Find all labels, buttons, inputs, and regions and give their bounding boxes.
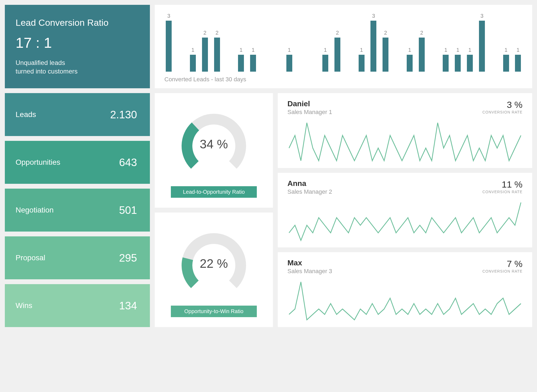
person-sparkline [287, 121, 522, 163]
person-sparkline [287, 280, 522, 322]
bar-value-label: 1 [444, 47, 447, 53]
converted-leads-bar-chart: 31221111213212111311 [164, 13, 522, 72]
bar-slot: 1 [441, 13, 450, 72]
bar-slot: 1 [321, 13, 330, 72]
bar-value-label: 1 [504, 47, 507, 53]
gauge: 34 % [174, 103, 254, 184]
person-header: AnnaSales Manager 211 %CONVERSION RATE [287, 179, 522, 195]
bar-value-label: 1 [252, 47, 255, 53]
funnel-stage-label: Proposal [16, 254, 45, 262]
person-header: DanielSales Manager 13 %CONVERSION RATE [287, 100, 522, 116]
funnel-stage-leads: Leads2.130 [5, 93, 150, 136]
lead-conversion-title: Lead Conversion Ratio [16, 17, 139, 28]
bar-rect [515, 55, 521, 72]
bar-slot: 2 [381, 13, 390, 72]
bar-rect [214, 38, 220, 72]
bar-value-label: 1 [517, 47, 520, 53]
bar-slot: 1 [453, 13, 462, 72]
bar-slot: 3 [369, 13, 378, 72]
bar-slot [309, 13, 318, 72]
lead-conversion-ratio-card: Lead Conversion Ratio 17 : 1 Unqualified… [5, 5, 150, 88]
bar-slot [176, 13, 185, 72]
bar-slot: 1 [502, 13, 510, 72]
person-card-anna: AnnaSales Manager 211 %CONVERSION RATE [278, 173, 532, 248]
person-rate-label: CONVERSION RATE [482, 269, 522, 273]
person-rate-label: CONVERSION RATE [482, 190, 522, 194]
gauge-caption: Opportunity-to-Win Ratio [171, 306, 257, 317]
bar-slot [225, 13, 233, 72]
gauge-value: 22 % [200, 256, 228, 271]
bar-value-label: 2 [420, 30, 423, 36]
bar-slot: 2 [417, 13, 426, 72]
bar-value-label: 2 [203, 30, 206, 36]
bar-slot: 1 [237, 13, 246, 72]
bar-rect [479, 21, 485, 72]
bar-slot [261, 13, 270, 72]
person-rate-label: CONVERSION RATE [482, 110, 522, 114]
bar-value-label: 1 [240, 47, 243, 53]
bar-rect [202, 38, 208, 72]
bar-slot [273, 13, 282, 72]
funnel-stage-value: 501 [119, 204, 137, 216]
bar-rect [166, 21, 172, 72]
bar-rect [286, 55, 292, 72]
bar-rect [503, 55, 509, 72]
bar-value-label: 3 [167, 13, 170, 19]
bar-rect [443, 55, 449, 72]
funnel-stage-proposal: Proposal295 [5, 236, 150, 279]
gauge-column: 34 %Lead-to-Opportunity Ratio22 %Opportu… [155, 93, 273, 327]
person-card-max: MaxSales Manager 37 %CONVERSION RATE [278, 252, 532, 327]
gauge-card: 22 %Opportunity-to-Win Ratio [155, 213, 273, 327]
bar-value-label: 1 [192, 47, 194, 53]
bar-slot [345, 13, 354, 72]
person-name: Daniel [287, 100, 332, 108]
right-body: 34 %Lead-to-Opportunity Ratio22 %Opportu… [155, 93, 532, 327]
person-rate-value: 7 % [482, 259, 522, 269]
bar-slot: 1 [249, 13, 258, 72]
bar-rect [250, 55, 256, 72]
bar-value-label: 3 [372, 13, 375, 19]
converted-leads-caption: Converted Leads - last 30 days [164, 76, 522, 83]
bar-value-label: 1 [324, 47, 327, 53]
bar-slot [489, 13, 498, 72]
bar-rect [238, 55, 244, 72]
bar-rect [370, 21, 376, 72]
bar-rect [334, 38, 340, 72]
person-sparkline [287, 201, 522, 242]
person-card-daniel: DanielSales Manager 13 %CONVERSION RATE [278, 93, 532, 168]
bar-value-label: 1 [456, 47, 459, 53]
bar-slot: 1 [466, 13, 474, 72]
funnel-stage-negotiation: Negotiation501 [5, 189, 150, 232]
gauge: 22 % [174, 222, 254, 303]
person-rate-value: 11 % [482, 179, 522, 190]
bar-value-label: 1 [288, 47, 291, 53]
funnel-stage-opportunities: Opportunities643 [5, 141, 150, 184]
bar-rect [359, 55, 365, 72]
bar-slot: 1 [357, 13, 366, 72]
bar-slot: 3 [164, 13, 173, 72]
funnel-stage-label: Negotiation [16, 206, 54, 214]
gauge-card: 34 %Lead-to-Opportunity Ratio [155, 93, 273, 208]
bar-slot [297, 13, 306, 72]
person-name: Max [287, 259, 332, 267]
funnel-stage-wins: Wins134 [5, 284, 150, 327]
funnel-stage-label: Leads [16, 110, 36, 119]
bar-value-label: 3 [480, 13, 483, 19]
bar-slot: 1 [189, 13, 197, 72]
bar-slot: 1 [405, 13, 414, 72]
gauge-value: 34 % [200, 137, 228, 151]
bar-value-label: 1 [360, 47, 363, 53]
converted-leads-bar-card: 31221111213212111311 Converted Leads - l… [155, 5, 532, 88]
bar-slot: 1 [285, 13, 294, 72]
funnel-stage-value: 2.130 [110, 109, 137, 121]
lead-conversion-subtitle: Unqualified leads turned into customers [16, 58, 139, 76]
bar-value-label: 1 [468, 47, 471, 53]
bar-rect [383, 38, 388, 72]
bar-slot: 2 [333, 13, 342, 72]
bar-rect [322, 55, 328, 72]
bar-slot [429, 13, 438, 72]
funnel-stage-label: Wins [16, 301, 32, 310]
bar-rect [455, 55, 461, 72]
bar-slot: 2 [200, 13, 209, 72]
bar-value-label: 2 [336, 30, 339, 36]
